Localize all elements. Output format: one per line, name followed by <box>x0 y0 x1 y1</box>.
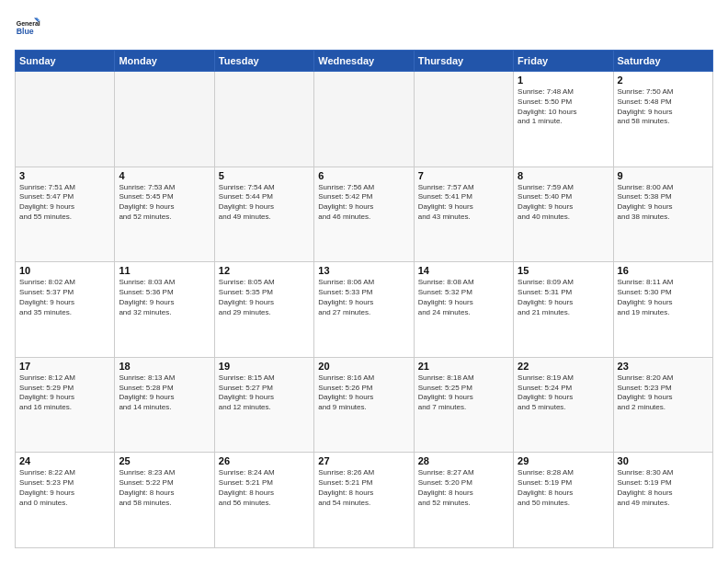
calendar-cell: 29Sunrise: 8:28 AM Sunset: 5:19 PM Dayli… <box>514 453 613 548</box>
cell-content: Sunrise: 8:24 AM Sunset: 5:21 PM Dayligh… <box>219 468 310 508</box>
cell-content: Sunrise: 7:53 AM Sunset: 5:45 PM Dayligh… <box>119 183 210 223</box>
day-number: 26 <box>219 455 310 466</box>
day-number: 18 <box>119 361 210 372</box>
cell-content: Sunrise: 7:59 AM Sunset: 5:40 PM Dayligh… <box>518 183 609 223</box>
day-number: 17 <box>19 361 110 372</box>
day-number: 21 <box>418 361 509 372</box>
day-number: 28 <box>418 455 509 466</box>
weekday-header-wednesday: Wednesday <box>314 51 414 72</box>
calendar-table: SundayMondayTuesdayWednesdayThursdayFrid… <box>15 50 713 548</box>
calendar-week-5: 24Sunrise: 8:22 AM Sunset: 5:23 PM Dayli… <box>16 453 713 548</box>
weekday-header-monday: Monday <box>115 51 214 72</box>
day-number: 7 <box>418 170 509 181</box>
calendar-cell: 10Sunrise: 8:02 AM Sunset: 5:37 PM Dayli… <box>16 262 115 358</box>
cell-content: Sunrise: 8:22 AM Sunset: 5:23 PM Dayligh… <box>19 468 110 508</box>
calendar-cell: 11Sunrise: 8:03 AM Sunset: 5:36 PM Dayli… <box>115 262 214 358</box>
day-number: 6 <box>318 170 409 181</box>
cell-content: Sunrise: 8:30 AM Sunset: 5:19 PM Dayligh… <box>618 468 709 508</box>
day-number: 16 <box>618 265 709 276</box>
calendar-cell: 4Sunrise: 7:53 AM Sunset: 5:45 PM Daylig… <box>115 167 214 262</box>
calendar-cell: 20Sunrise: 8:16 AM Sunset: 5:26 PM Dayli… <box>314 357 414 453</box>
calendar-cell: 19Sunrise: 8:15 AM Sunset: 5:27 PM Dayli… <box>214 357 313 453</box>
cell-content: Sunrise: 8:19 AM Sunset: 5:24 PM Dayligh… <box>518 373 609 413</box>
cell-content: Sunrise: 8:23 AM Sunset: 5:22 PM Dayligh… <box>119 468 210 508</box>
day-number: 27 <box>318 455 409 466</box>
cell-content: Sunrise: 7:57 AM Sunset: 5:41 PM Dayligh… <box>418 183 509 223</box>
calendar-cell: 5Sunrise: 7:54 AM Sunset: 5:44 PM Daylig… <box>214 167 313 262</box>
calendar-cell: 6Sunrise: 7:56 AM Sunset: 5:42 PM Daylig… <box>314 167 414 262</box>
cell-content: Sunrise: 8:15 AM Sunset: 5:27 PM Dayligh… <box>219 373 310 413</box>
calendar-week-2: 3Sunrise: 7:51 AM Sunset: 5:47 PM Daylig… <box>16 167 713 262</box>
calendar-cell: 18Sunrise: 8:13 AM Sunset: 5:28 PM Dayli… <box>115 357 214 453</box>
calendar-cell: 3Sunrise: 7:51 AM Sunset: 5:47 PM Daylig… <box>16 167 115 262</box>
day-number: 5 <box>219 170 310 181</box>
weekday-header-friday: Friday <box>514 51 613 72</box>
cell-content: Sunrise: 8:09 AM Sunset: 5:31 PM Dayligh… <box>518 278 609 317</box>
day-number: 23 <box>618 361 709 372</box>
cell-content: Sunrise: 8:27 AM Sunset: 5:20 PM Dayligh… <box>418 468 509 508</box>
calendar-cell: 15Sunrise: 8:09 AM Sunset: 5:31 PM Dayli… <box>514 262 613 358</box>
cell-content: Sunrise: 8:06 AM Sunset: 5:33 PM Dayligh… <box>318 278 409 317</box>
day-number: 25 <box>119 455 210 466</box>
calendar-cell <box>414 72 513 167</box>
cell-content: Sunrise: 8:13 AM Sunset: 5:28 PM Dayligh… <box>119 373 210 413</box>
calendar-cell: 8Sunrise: 7:59 AM Sunset: 5:40 PM Daylig… <box>514 167 613 262</box>
day-number: 4 <box>119 170 210 181</box>
cell-content: Sunrise: 8:11 AM Sunset: 5:30 PM Dayligh… <box>618 278 709 317</box>
calendar-cell: 23Sunrise: 8:20 AM Sunset: 5:23 PM Dayli… <box>613 357 712 453</box>
calendar-cell: 14Sunrise: 8:08 AM Sunset: 5:32 PM Dayli… <box>414 262 513 358</box>
cell-content: Sunrise: 8:00 AM Sunset: 5:38 PM Dayligh… <box>618 183 709 223</box>
calendar-cell: 2Sunrise: 7:50 AM Sunset: 5:48 PM Daylig… <box>613 72 712 167</box>
cell-content: Sunrise: 8:02 AM Sunset: 5:37 PM Dayligh… <box>19 278 110 317</box>
calendar-week-1: 1Sunrise: 7:48 AM Sunset: 5:50 PM Daylig… <box>16 72 713 167</box>
logo-icon: General Blue <box>15 15 40 40</box>
weekday-header-row: SundayMondayTuesdayWednesdayThursdayFrid… <box>16 51 713 72</box>
page-header: General Blue <box>15 15 713 40</box>
day-number: 24 <box>19 455 110 466</box>
calendar-cell <box>16 72 115 167</box>
cell-content: Sunrise: 7:50 AM Sunset: 5:48 PM Dayligh… <box>618 87 709 127</box>
calendar-cell: 21Sunrise: 8:18 AM Sunset: 5:25 PM Dayli… <box>414 357 513 453</box>
calendar-cell: 17Sunrise: 8:12 AM Sunset: 5:29 PM Dayli… <box>16 357 115 453</box>
day-number: 15 <box>518 265 609 276</box>
calendar-cell: 26Sunrise: 8:24 AM Sunset: 5:21 PM Dayli… <box>214 453 313 548</box>
calendar-cell: 9Sunrise: 8:00 AM Sunset: 5:38 PM Daylig… <box>613 167 712 262</box>
weekday-header-saturday: Saturday <box>613 51 712 72</box>
day-number: 30 <box>618 455 709 466</box>
cell-content: Sunrise: 7:51 AM Sunset: 5:47 PM Dayligh… <box>19 183 110 223</box>
day-number: 20 <box>318 361 409 372</box>
cell-content: Sunrise: 8:28 AM Sunset: 5:19 PM Dayligh… <box>518 468 609 508</box>
day-number: 9 <box>618 170 709 181</box>
calendar-cell: 30Sunrise: 8:30 AM Sunset: 5:19 PM Dayli… <box>613 453 712 548</box>
weekday-header-tuesday: Tuesday <box>214 51 313 72</box>
calendar-cell: 16Sunrise: 8:11 AM Sunset: 5:30 PM Dayli… <box>613 262 712 358</box>
svg-text:Blue: Blue <box>17 27 34 36</box>
calendar-cell: 12Sunrise: 8:05 AM Sunset: 5:35 PM Dayli… <box>214 262 313 358</box>
day-number: 12 <box>219 265 310 276</box>
calendar-cell: 25Sunrise: 8:23 AM Sunset: 5:22 PM Dayli… <box>115 453 214 548</box>
cell-content: Sunrise: 8:16 AM Sunset: 5:26 PM Dayligh… <box>318 373 409 413</box>
calendar-cell <box>115 72 214 167</box>
day-number: 11 <box>119 265 210 276</box>
day-number: 13 <box>318 265 409 276</box>
calendar-week-3: 10Sunrise: 8:02 AM Sunset: 5:37 PM Dayli… <box>16 262 713 358</box>
day-number: 1 <box>518 75 609 86</box>
cell-content: Sunrise: 8:20 AM Sunset: 5:23 PM Dayligh… <box>618 373 709 413</box>
cell-content: Sunrise: 8:18 AM Sunset: 5:25 PM Dayligh… <box>418 373 509 413</box>
cell-content: Sunrise: 7:54 AM Sunset: 5:44 PM Dayligh… <box>219 183 310 223</box>
day-number: 19 <box>219 361 310 372</box>
day-number: 10 <box>19 265 110 276</box>
weekday-header-sunday: Sunday <box>16 51 115 72</box>
calendar-week-4: 17Sunrise: 8:12 AM Sunset: 5:29 PM Dayli… <box>16 357 713 453</box>
calendar-cell <box>314 72 414 167</box>
calendar-cell: 27Sunrise: 8:26 AM Sunset: 5:21 PM Dayli… <box>314 453 414 548</box>
day-number: 2 <box>618 75 709 86</box>
calendar-cell: 13Sunrise: 8:06 AM Sunset: 5:33 PM Dayli… <box>314 262 414 358</box>
cell-content: Sunrise: 7:48 AM Sunset: 5:50 PM Dayligh… <box>518 87 609 127</box>
day-number: 29 <box>518 455 609 466</box>
calendar-cell: 24Sunrise: 8:22 AM Sunset: 5:23 PM Dayli… <box>16 453 115 548</box>
calendar-cell: 1Sunrise: 7:48 AM Sunset: 5:50 PM Daylig… <box>514 72 613 167</box>
cell-content: Sunrise: 8:12 AM Sunset: 5:29 PM Dayligh… <box>19 373 110 413</box>
day-number: 14 <box>418 265 509 276</box>
cell-content: Sunrise: 7:56 AM Sunset: 5:42 PM Dayligh… <box>318 183 409 223</box>
